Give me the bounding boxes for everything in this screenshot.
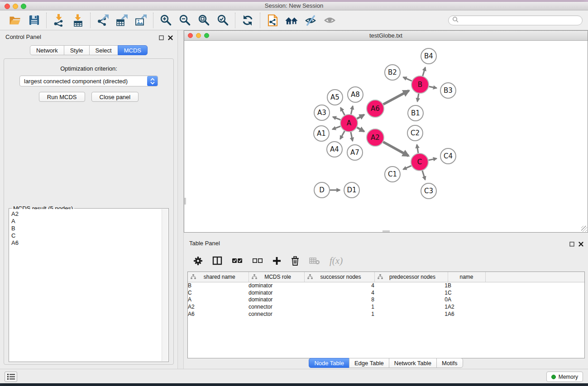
graph-node-B[interactable]: B (411, 76, 429, 93)
graph-edge-C-C2[interactable] (417, 145, 418, 153)
graph-node-A8[interactable]: A8 (348, 87, 363, 102)
graph-node-B1[interactable]: B1 (408, 105, 423, 121)
tab-select[interactable]: Select (89, 45, 118, 55)
run-mcds-button[interactable]: Run MCDS (39, 92, 85, 102)
table-cell[interactable]: 4 (304, 289, 374, 296)
add-row-icon[interactable] (272, 253, 281, 268)
graph-node-B3[interactable]: B3 (440, 83, 456, 98)
graph-node-A4[interactable]: A4 (327, 142, 342, 157)
table-cell[interactable]: A (188, 296, 249, 303)
first-neighbors-icon[interactable] (284, 13, 299, 28)
graph-edge-A-A5[interactable] (340, 108, 344, 115)
mcds-result-item[interactable]: A (11, 218, 162, 225)
graph-edge-C-C1[interactable] (403, 166, 411, 169)
zoom-out-icon[interactable] (177, 13, 192, 28)
graph-edge-B-B3[interactable] (429, 86, 437, 88)
network-close-button[interactable] (188, 33, 193, 38)
import-table-icon[interactable] (71, 13, 85, 28)
graph-edge-B-B1[interactable] (417, 94, 419, 102)
table-row[interactable]: Cdominator41C (188, 289, 584, 296)
mcds-result-item[interactable]: C (11, 232, 162, 239)
table-cell[interactable]: 0 (374, 296, 448, 303)
network-window-titlebar[interactable]: testGlobe.txt (184, 31, 588, 41)
column-header-name[interactable]: name (448, 272, 485, 282)
float-panel-icon[interactable] (159, 34, 164, 42)
table-cell[interactable]: A (448, 296, 485, 303)
table-cell[interactable]: dominator (249, 289, 304, 296)
graph-edge-A2-C[interactable] (383, 142, 409, 156)
graph-edge-A-A6[interactable] (357, 115, 364, 119)
column-header-successor-nodes[interactable]: successor nodes (304, 272, 374, 282)
graph-node-A6[interactable]: A6 (367, 100, 384, 117)
task-history-button[interactable] (5, 372, 17, 382)
network-maximize-button[interactable] (204, 33, 209, 38)
graph-edge-C-C4[interactable] (429, 158, 437, 160)
graph-edge-A-A3[interactable] (333, 117, 340, 120)
new-network-from-selection-icon[interactable] (265, 13, 280, 28)
network-graph[interactable]: AA1A2A3A4A5A6A7A8BB1B2B3B4CC1C2C3C4DD1 (184, 41, 588, 232)
tab-edge-table[interactable]: Edge Table (349, 358, 389, 368)
column-header-MCDS-role[interactable]: MCDS role (249, 272, 304, 282)
graph-node-D[interactable]: D (314, 182, 330, 198)
panel-splitter[interactable] (177, 30, 184, 369)
graph-edge-A6-B[interactable] (383, 91, 409, 104)
table-cell[interactable]: 1 (374, 310, 448, 318)
unselect-all-icon[interactable] (252, 253, 263, 268)
tab-network-table[interactable]: Network Table (389, 358, 437, 368)
import-network-icon[interactable] (52, 13, 66, 28)
table-cell[interactable]: 1 (304, 310, 374, 318)
graph-edge-B-B4[interactable] (423, 67, 425, 76)
table-cell[interactable]: 1 (304, 303, 374, 310)
show-columns-icon[interactable] (212, 253, 222, 268)
hide-selected-icon[interactable] (303, 13, 318, 28)
graph-node-C3[interactable]: C3 (421, 183, 436, 199)
table-cell[interactable]: A2 (448, 303, 485, 310)
table-cell[interactable]: connector (249, 303, 304, 310)
table-cell[interactable]: 4 (304, 282, 374, 289)
graph-node-B4[interactable]: B4 (421, 48, 436, 64)
mcds-result-item[interactable]: A2 (11, 210, 162, 218)
graph-node-C[interactable]: C (411, 153, 428, 171)
table-cell[interactable]: A6 (448, 310, 485, 318)
column-header-shared-name[interactable]: shared name (188, 272, 249, 282)
node-table[interactable]: shared nameMCDS rolesuccessor nodesprede… (187, 272, 585, 358)
window-titlebar[interactable]: Session: New Session (0, 2, 588, 10)
table-cell[interactable]: 1 (374, 289, 448, 296)
graph-node-A2[interactable]: A2 (367, 129, 384, 146)
tab-style[interactable]: Style (64, 45, 90, 55)
close-table-panel-icon[interactable] (578, 240, 583, 248)
column-header-predecessor-nodes[interactable]: predecessor nodes (374, 272, 448, 282)
tab-node-table[interactable]: Node Table (309, 358, 349, 368)
graph-node-B2[interactable]: B2 (385, 65, 400, 80)
table-cell[interactable]: dominator (249, 282, 304, 289)
table-settings-icon[interactable] (193, 253, 203, 268)
horizontal-scrollbar-thumb[interactable] (382, 230, 390, 232)
graph-node-D1[interactable]: D1 (344, 182, 359, 198)
table-cell[interactable]: 1 (374, 282, 448, 289)
table-cell[interactable]: 8 (304, 296, 374, 303)
zoom-fit-icon[interactable] (196, 13, 211, 28)
network-canvas[interactable]: AA1A2A3A4A5A6A7A8BB1B2B3B4CC1C2C3C4DD1 (184, 41, 588, 232)
zoom-in-icon[interactable] (158, 13, 173, 28)
criterion-select[interactable]: largest connected component (directed) (19, 76, 158, 86)
table-cell[interactable]: dominator (249, 296, 304, 303)
result-scrollbar[interactable] (162, 209, 168, 361)
close-window-button[interactable] (5, 4, 10, 9)
graph-node-A1[interactable]: A1 (314, 126, 329, 141)
mcds-result-item[interactable]: A6 (11, 239, 162, 247)
close-panel-button[interactable]: Close panel (91, 92, 139, 102)
select-all-icon[interactable] (232, 253, 243, 268)
table-cell[interactable]: B (448, 282, 485, 289)
mcds-result-item[interactable]: B (11, 225, 162, 232)
memory-button[interactable]: Memory (546, 372, 583, 382)
search-input[interactable] (461, 17, 578, 24)
graph-edge-A-A7[interactable] (351, 132, 353, 141)
graph-edge-C-C3[interactable] (422, 171, 425, 180)
search-box[interactable] (448, 15, 583, 25)
close-panel-icon[interactable] (168, 34, 173, 42)
graph-node-A[interactable]: A (340, 114, 358, 132)
export-table-icon[interactable] (115, 13, 129, 28)
export-image-icon[interactable] (134, 13, 148, 28)
maximize-window-button[interactable] (21, 4, 26, 9)
table-cell[interactable]: 1 (374, 303, 448, 310)
